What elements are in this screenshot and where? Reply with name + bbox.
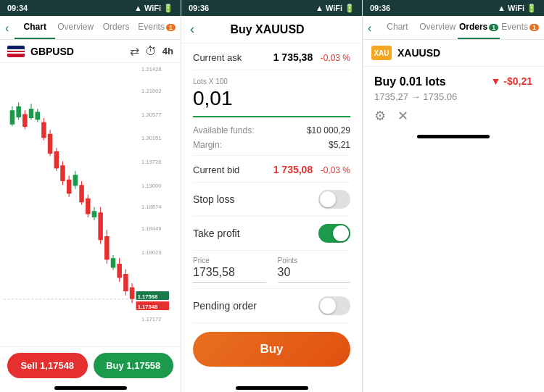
filter-icon[interactable]: ⇄	[130, 44, 139, 58]
orders-symbol-header: XAU XAUUSD	[363, 40, 544, 67]
order-actions: ⚙ ✕	[374, 108, 532, 124]
current-ask-value: 1 735,38	[273, 51, 313, 63]
svg-text:1.18023: 1.18023	[141, 249, 161, 256]
orders-tabs: ‹ Chart Overview Orders1 Events1	[363, 16, 544, 40]
status-time-1: 09:34	[7, 4, 28, 12]
orders-tab-chart[interactable]: Chart	[377, 16, 417, 39]
sell-button[interactable]: Sell 1,17548	[7, 353, 88, 378]
status-icons-2: ▲ WiFi 🔋	[316, 4, 355, 13]
order-prices: 1735,27 → 1735.06	[374, 91, 457, 102]
orders-count-badge: 1	[489, 24, 498, 31]
home-indicator-2	[236, 386, 308, 390]
svg-text:1.17172: 1.17172	[141, 316, 161, 322]
pending-order-label: Pending order	[193, 300, 257, 312]
current-bid-row: Current bid 1 735,08 -0,03 %	[193, 155, 350, 183]
svg-text:1.17548: 1.17548	[138, 304, 157, 310]
chart-controls: ⇄ ⏱ 4h	[130, 44, 173, 58]
stop-loss-knob	[320, 191, 336, 207]
order-arrow-icon: →	[411, 91, 424, 102]
lots-section: Lots X 100 0,01	[193, 70, 350, 117]
price-label: Price	[193, 257, 266, 264]
svg-text:1.21002: 1.21002	[141, 88, 161, 94]
price-input-group: Price 1735,58	[193, 257, 266, 283]
xau-symbol-name: XAUUSD	[397, 47, 535, 59]
tab-orders[interactable]: Orders	[96, 16, 136, 39]
status-bar-1: 09:34 ▲ WiFi 🔋	[0, 0, 181, 16]
lots-input[interactable]: 0,01	[193, 86, 350, 117]
svg-text:1.18449: 1.18449	[141, 225, 161, 232]
tab-chart[interactable]: Chart	[15, 16, 55, 39]
take-profit-label: Take profit	[193, 228, 240, 239]
chart-panel: 09:34 ▲ WiFi 🔋 ‹ Chart Overview Orders E…	[0, 0, 181, 392]
order-price-to: 1735.06	[423, 91, 457, 102]
close-order-icon[interactable]: ✕	[397, 108, 408, 124]
stop-loss-label: Stop loss	[193, 193, 235, 205]
status-icons-1: ▲ WiFi 🔋	[134, 4, 173, 13]
orders-tab-orders[interactable]: Orders1	[458, 16, 500, 39]
svg-text:1.17568: 1.17568	[138, 293, 157, 300]
orders-panel: 09:36 ▲ WiFi 🔋 ‹ Chart Overview Orders1 …	[363, 0, 544, 392]
tab-chart-back[interactable]: ‹	[4, 16, 15, 39]
svg-text:1.19000: 1.19000	[141, 183, 161, 189]
order-pnl: ▼ -$0,21	[491, 75, 532, 87]
current-ask-label: Current ask	[193, 52, 242, 63]
take-profit-knob	[333, 225, 349, 241]
chart-tabs: ‹ Chart Overview Orders Events1	[0, 16, 181, 40]
candlestick-chart: 1.21428 1.21002 1.20577 1.20151 1.19726 …	[0, 63, 181, 346]
svg-text:1.21428: 1.21428	[141, 66, 161, 72]
buy-button[interactable]: Buy 1,17558	[94, 353, 174, 378]
funds-value: $10 000,29	[307, 125, 350, 135]
svg-text:1.20577: 1.20577	[141, 112, 161, 118]
margin-row: Margin: $5,21	[193, 138, 350, 152]
price-input[interactable]: 1735,58	[193, 266, 266, 283]
xau-icon: XAU	[371, 46, 392, 60]
orders-tab-overview[interactable]: Overview	[418, 16, 458, 39]
chart-area[interactable]: 1.21428 1.21002 1.20577 1.20151 1.19726 …	[0, 63, 181, 346]
funds-row: Available funds: $10 000,29	[193, 123, 350, 138]
points-label: Points	[278, 257, 351, 264]
current-ask-row: Current ask 1 735,38 -0,03 %	[193, 43, 350, 70]
points-input[interactable]: 30	[278, 266, 351, 283]
timeframe[interactable]: 4h	[162, 46, 173, 57]
svg-text:1.20151: 1.20151	[141, 135, 161, 141]
current-ask-values: 1 735,38 -0,03 %	[273, 51, 350, 64]
pending-order-knob	[320, 298, 336, 314]
tab-overview[interactable]: Overview	[55, 16, 96, 39]
svg-text:1.19726: 1.19726	[141, 159, 161, 165]
status-bar-3: 09:36 ▲ WiFi 🔋	[363, 0, 544, 16]
buy-submit-button[interactable]: Buy	[193, 332, 350, 367]
svg-text:1.18874: 1.18874	[141, 204, 161, 210]
buy-panel-title: Buy XAUUSD	[194, 23, 340, 36]
lots-label: Lots X 100	[193, 70, 350, 86]
settings-icon[interactable]: ⚙	[374, 108, 386, 124]
order-card: Buy 0.01 lots 1735,27 → 1735.06 ▼ -$0,21…	[374, 75, 532, 124]
pending-order-toggle[interactable]	[318, 296, 350, 315]
chart-header: GBPUSD ⇄ ⏱ 4h	[0, 40, 181, 63]
stop-loss-row: Stop loss	[193, 183, 350, 217]
buy-panel-content: Current ask 1 735,38 -0,03 % Lots X 100 …	[181, 43, 362, 384]
take-profit-row: Take profit	[193, 217, 350, 251]
order-price-from: 1735,27	[374, 91, 408, 102]
orders-tab-events[interactable]: Events1	[500, 16, 540, 39]
pending-order-row: Pending order	[193, 289, 350, 323]
current-ask-change: -0,03 %	[321, 53, 350, 63]
current-bid-value: 1 735,08	[273, 164, 313, 175]
orders-tab-back[interactable]: ‹	[366, 16, 377, 39]
status-time-2: 09:36	[189, 4, 209, 12]
margin-label: Margin:	[193, 140, 222, 150]
status-icons-3: ▲ WiFi 🔋	[498, 4, 537, 13]
clock-icon[interactable]: ⏱	[145, 45, 157, 58]
home-indicator-3	[417, 135, 490, 138]
orders-content: Buy 0.01 lots 1735,27 → 1735.06 ▼ -$0,21…	[363, 67, 544, 133]
tab-events[interactable]: Events1	[136, 16, 177, 39]
price-points-row: Price 1735,58 Points 30	[193, 251, 350, 289]
stop-loss-toggle[interactable]	[318, 190, 350, 209]
funds-label: Available funds:	[193, 125, 255, 135]
order-title: Buy 0.01 lots	[374, 75, 457, 88]
points-input-group: Points 30	[278, 257, 351, 283]
buy-panel-header: ‹ Buy XAUUSD	[181, 16, 362, 43]
status-time-3: 09:36	[370, 4, 390, 12]
take-profit-toggle[interactable]	[318, 224, 350, 243]
status-bar-2: 09:36 ▲ WiFi 🔋	[181, 0, 362, 16]
margin-value: $5,21	[329, 140, 350, 150]
